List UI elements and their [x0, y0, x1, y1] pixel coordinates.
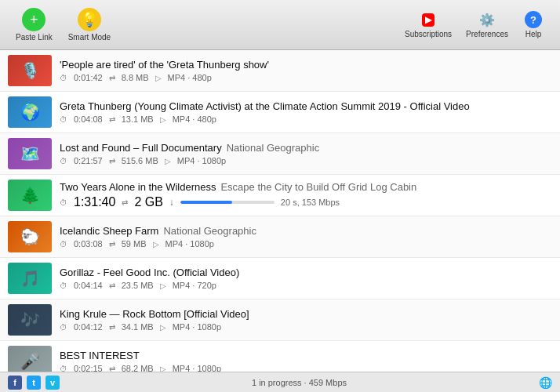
format-icon: ▷	[160, 323, 166, 332]
title-row: 'People are tired' of the 'Greta Thunber…	[60, 59, 552, 72]
size: 34.1 MB	[122, 322, 154, 332]
list-item[interactable]: 🌲 Two Years Alone in the Wilderness Esca…	[0, 175, 560, 216]
item-info: Two Years Alone in the Wilderness Escape…	[60, 181, 552, 210]
list-item[interactable]: 🌍 Greta Thunberg (Young Climate Activist…	[0, 92, 560, 133]
format-icon: ▷	[155, 74, 162, 82]
title-row: Greta Thunberg (Young Climate Activist) …	[60, 100, 552, 114]
list-item[interactable]: 🐑 Icelandic Sheep Farm National Geograph…	[0, 216, 560, 258]
thumbnail: 🗺️	[8, 138, 52, 169]
duration-icon: ⏱	[60, 157, 67, 165]
subscriptions-button[interactable]: ▶ Subscriptions	[398, 8, 458, 42]
thumb-image: 🌲	[8, 180, 52, 211]
thumb-image: 🎙️	[8, 55, 52, 86]
item-info: 'People are tired' of the 'Greta Thunber…	[60, 59, 552, 83]
list-item[interactable]: 🎵 Gorillaz - Feel Good Inc. (Official Vi…	[0, 258, 560, 299]
duration-icon: ⏱	[60, 115, 67, 124]
format-icon: ▷	[160, 281, 166, 290]
progress-text: 20 s, 153 Mbps	[281, 198, 340, 207]
size: 515.6 MB	[122, 156, 158, 165]
size-icon: ⇄	[109, 281, 115, 290]
format-icon: ▷	[153, 240, 159, 249]
status-bar: f t v 1 in progress · 459 Mbps 🌐	[0, 372, 560, 392]
list-item[interactable]: 🎤 BEST INTEREST ⏱ 0:02:15 ⇄ 68.2 MB ▷ MP…	[0, 341, 560, 372]
duration: 0:04:14	[74, 281, 103, 290]
smart-mode-label: Smart Mode	[68, 33, 111, 42]
duration: 0:04:12	[74, 322, 103, 332]
duration: 0:03:08	[74, 239, 103, 249]
status-progress-text: 1 in progress · 459 Mbps	[67, 378, 531, 387]
duration-icon: ⏱	[60, 198, 67, 207]
smart-mode-icon: 💡	[78, 8, 101, 31]
size: 13.1 MB	[122, 114, 154, 124]
item-title: King Krule — Rock Bottom [Official Video…	[60, 308, 249, 321]
thumbnail: 🌍	[8, 96, 52, 128]
progress-bar	[180, 201, 275, 204]
thumbnail: 🎤	[8, 346, 52, 372]
list-item[interactable]: 🗺️ Lost and Found – Full Documentary Nat…	[0, 133, 560, 175]
download-arrow-icon: ↓	[169, 197, 174, 208]
duration-icon: ⏱	[60, 74, 67, 82]
size-icon: ⇄	[109, 365, 115, 372]
thumbnail: 🐑	[8, 221, 52, 252]
title-row: Two Years Alone in the Wilderness Escape…	[60, 181, 552, 194]
item-info: King Krule — Rock Bottom [Official Video…	[60, 308, 552, 332]
list-item[interactable]: 🎶 King Krule — Rock Bottom [Official Vid…	[0, 299, 560, 341]
item-info: Lost and Found – Full Documentary Nation…	[60, 142, 552, 166]
title-row: Lost and Found – Full Documentary Nation…	[60, 142, 552, 155]
thumbnail: 🎵	[8, 263, 52, 294]
thumb-image: 🎵	[8, 263, 52, 294]
duration-icon: ⏱	[60, 240, 67, 249]
toolbar-right: ▶ Subscriptions ⚙️ Preferences ? Help	[398, 8, 551, 42]
youtube-icon: ▶	[422, 13, 435, 27]
paste-link-button[interactable]: + Paste Link	[9, 5, 59, 45]
thumb-image: 🐑	[8, 221, 52, 252]
quality: MP4 · 1080p	[165, 239, 214, 249]
title-row: Icelandic Sheep Farm National Geographic	[60, 225, 552, 238]
item-title: 'People are tired' of the 'Greta Thunber…	[60, 59, 269, 72]
list-item[interactable]: 🎙️ 'People are tired' of the 'Greta Thun…	[0, 50, 560, 92]
size: 8.8 MB	[122, 73, 149, 82]
help-button[interactable]: ? Help	[516, 8, 551, 42]
format-icon: ▷	[165, 157, 171, 165]
toolbar: + Paste Link 💡 Smart Mode ▶ Subscription…	[0, 0, 560, 50]
format-icon: ▷	[160, 115, 166, 124]
globe-icon: 🌐	[539, 376, 552, 389]
help-label: Help	[525, 30, 542, 38]
smart-mode-button[interactable]: 💡 Smart Mode	[62, 5, 117, 45]
quality: MP4 · 720p	[173, 281, 216, 290]
preferences-label: Preferences	[466, 30, 508, 38]
duration-icon: ⏱	[60, 365, 67, 372]
social-icons: f t v	[8, 376, 60, 390]
thumb-image: 🎤	[8, 346, 52, 372]
subscriptions-icon: ▶	[417, 11, 439, 28]
preferences-icon: ⚙️	[476, 11, 498, 28]
size: 23.5 MB	[122, 281, 154, 290]
quality: MP4 · 1080p	[173, 322, 221, 332]
size-icon: ⇄	[109, 115, 115, 124]
size: 59 MB	[122, 239, 147, 249]
thumb-image: 🌍	[8, 96, 52, 128]
thumb-image: 🎶	[8, 304, 52, 336]
paste-link-label: Paste Link	[16, 33, 53, 42]
size-icon: ⇄	[109, 240, 115, 249]
preferences-button[interactable]: ⚙️ Preferences	[460, 8, 515, 42]
duration: 0:02:15	[74, 364, 103, 372]
thumbnail: 🎙️	[8, 55, 52, 86]
thumbnail: 🎶	[8, 304, 52, 336]
title-row: King Krule — Rock Bottom [Official Video…	[60, 308, 552, 321]
help-icon: ?	[522, 11, 544, 28]
item-title: Greta Thunberg (Young Climate Activist) …	[60, 100, 470, 114]
subscriptions-label: Subscriptions	[405, 30, 452, 38]
item-title: Two Years Alone in the Wilderness	[60, 181, 216, 194]
duration-icon: ⏱	[60, 323, 67, 332]
size: 2 GB	[134, 195, 162, 209]
twitter-icon[interactable]: t	[27, 376, 41, 390]
item-source: Escape the City to Build Off Grid Log Ca…	[220, 181, 416, 193]
vimeo-icon[interactable]: v	[45, 376, 60, 390]
facebook-icon[interactable]: f	[8, 376, 22, 390]
size-icon: ⇄	[122, 198, 128, 207]
item-info: BEST INTEREST ⏱ 0:02:15 ⇄ 68.2 MB ▷ MP4 …	[60, 350, 552, 372]
item-info: Gorillaz - Feel Good Inc. (Official Vide…	[60, 267, 552, 291]
item-info: Greta Thunberg (Young Climate Activist) …	[60, 100, 552, 125]
item-source: National Geographic	[163, 225, 256, 237]
